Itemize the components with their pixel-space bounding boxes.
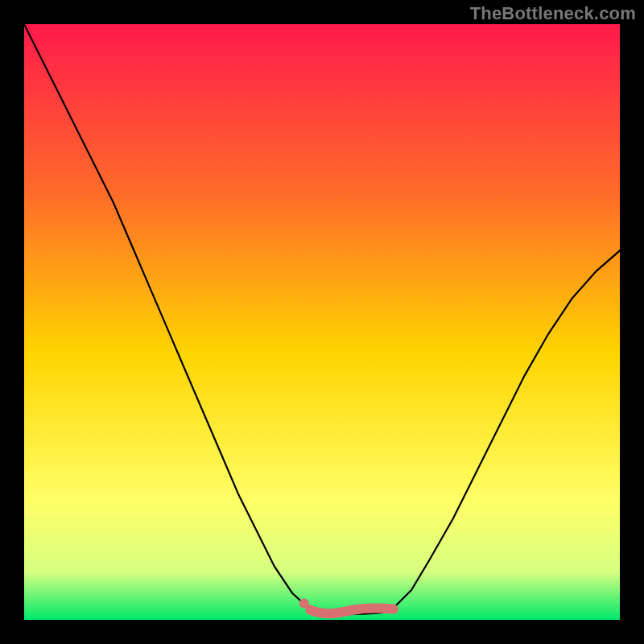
optimal-region-marker: [310, 609, 394, 614]
gradient-background: [24, 24, 620, 620]
watermark-text: TheBottleneck.com: [470, 3, 636, 24]
chart-svg: [24, 24, 620, 620]
optimal-dot: [299, 599, 309, 609]
chart-frame: TheBottleneck.com: [0, 0, 644, 644]
plot-area: [24, 24, 620, 620]
